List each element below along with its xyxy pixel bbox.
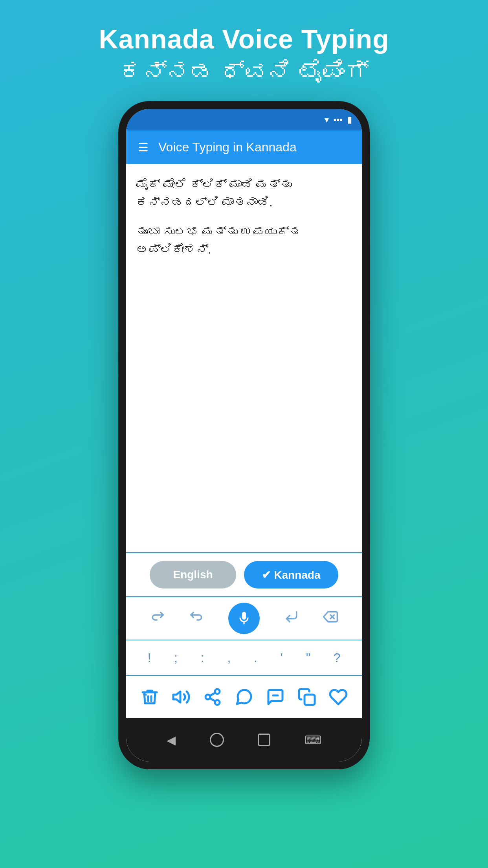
delete-all-button[interactable] bbox=[139, 686, 161, 708]
svg-marker-3 bbox=[173, 691, 180, 702]
punct-exclaim[interactable]: ! bbox=[147, 651, 151, 665]
content-line2: ತುಂಬಾ ಸುಲಭ ಮತ್ತು ಉಪಯುಕ್ತ ಅಪ್ಲಿಕೇಶನ್. bbox=[136, 223, 352, 258]
share-button[interactable] bbox=[202, 686, 224, 708]
whatsapp-button[interactable] bbox=[233, 686, 255, 708]
bottom-icons-row bbox=[126, 675, 362, 718]
punct-apostrophe[interactable]: ' bbox=[281, 651, 283, 665]
voice-toolbar bbox=[126, 596, 362, 640]
app-bar: ☰ Voice Typing in Kannada bbox=[126, 131, 362, 164]
punct-colon[interactable]: : bbox=[201, 651, 204, 665]
backspace-icon[interactable] bbox=[323, 609, 338, 627]
nav-bar: ◀ ⌨ bbox=[126, 718, 362, 761]
mic-button[interactable] bbox=[228, 603, 260, 634]
punct-period[interactable]: . bbox=[254, 651, 257, 665]
keyboard-icon[interactable]: ⌨ bbox=[305, 733, 321, 747]
status-bar: ▾ ▪▪▪ ▮ bbox=[126, 109, 362, 131]
english-language-button[interactable]: English bbox=[150, 561, 236, 588]
signal-icon: ▪▪▪ bbox=[334, 115, 343, 125]
app-bar-title: Voice Typing in Kannada bbox=[158, 140, 297, 154]
punct-comma[interactable]: , bbox=[227, 651, 231, 665]
kannada-language-button[interactable]: ✔ Kannada bbox=[244, 561, 338, 588]
content-line1: ಮೈಕ್ ಮೇಲೆ ಕ್ಲಿಕ್ ಮಾಡಿ ಮತ್ತು ಕನ್ನಡದಲ್ಲಿ ಮ… bbox=[136, 176, 352, 211]
phone-frame: ▾ ▪▪▪ ▮ ☰ Voice Typing in Kannada ಮೈಕ್ ಮ… bbox=[118, 101, 370, 769]
redo-icon[interactable] bbox=[150, 609, 165, 627]
back-button[interactable]: ◀ bbox=[167, 733, 176, 747]
enter-icon[interactable] bbox=[284, 609, 299, 627]
favorite-button[interactable] bbox=[328, 686, 349, 708]
phone-screen: ▾ ▪▪▪ ▮ ☰ Voice Typing in Kannada ಮೈಕ್ ಮ… bbox=[126, 109, 362, 761]
app-title-area: Kannada Voice Typing ಕನ್ನಡ ಧ್ವನಿ ಟೈಪಿಂಗ್ bbox=[83, 0, 405, 101]
wifi-icon: ▾ bbox=[325, 115, 329, 125]
speaker-button[interactable] bbox=[171, 686, 192, 708]
punct-quote[interactable]: " bbox=[306, 651, 310, 665]
language-buttons-row: English ✔ Kannada bbox=[126, 552, 362, 596]
app-title-kannada: ಕನ್ನಡ ಧ್ವನಿ ಟೈಪಿಂಗ್ bbox=[99, 58, 389, 85]
copy-button[interactable] bbox=[296, 686, 318, 708]
punct-semicolon[interactable]: ; bbox=[174, 651, 178, 665]
app-title-english: Kannada Voice Typing bbox=[99, 24, 389, 54]
content-text: ಮೈಕ್ ಮೇಲೆ ಕ್ಲಿಕ್ ಮಾಡಿ ಮತ್ತು ಕನ್ನಡದಲ್ಲಿ ಮ… bbox=[136, 176, 352, 258]
punctuation-row: ! ; : , . ' " ? bbox=[126, 640, 362, 675]
svg-line-8 bbox=[210, 693, 215, 696]
svg-rect-10 bbox=[305, 695, 315, 705]
battery-icon: ▮ bbox=[347, 115, 352, 125]
messenger-button[interactable] bbox=[265, 686, 286, 708]
undo-icon[interactable] bbox=[189, 609, 204, 627]
svg-line-7 bbox=[210, 698, 215, 701]
hamburger-icon[interactable]: ☰ bbox=[138, 140, 149, 154]
recents-button[interactable] bbox=[258, 734, 270, 746]
home-button[interactable] bbox=[210, 733, 224, 747]
punct-question[interactable]: ? bbox=[334, 651, 341, 665]
content-area: ಮೈಕ್ ಮೇಲೆ ಕ್ಲಿಕ್ ಮಾಡಿ ಮತ್ತು ಕನ್ನಡದಲ್ಲಿ ಮ… bbox=[126, 164, 362, 552]
